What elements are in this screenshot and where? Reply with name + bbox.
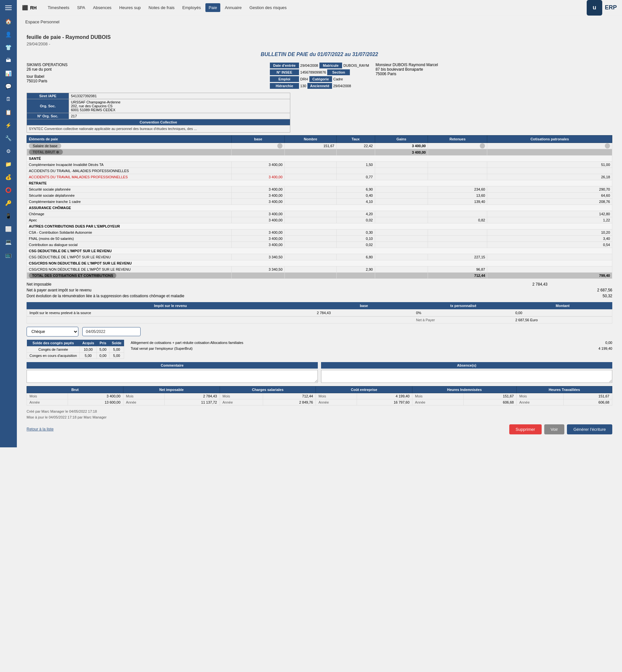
row-label: Salaire de base [27,143,232,149]
table-row: Salaire de base 151,67 22,42 3 400,00 [27,143,612,149]
employee-city: 75006 Paris [376,72,612,76]
table-row: Complémentaire Incapacité Invalidité Déc… [27,162,612,168]
sidebar-icon-chart[interactable]: 📊 [3,67,14,79]
topnav-right: u ERP [587,0,617,15]
field-date-entree: Date d'entrée 29/04/2008 Matricule DUBOI… [270,63,369,68]
sidebar-icon-home[interactable]: 🏠 [3,15,14,27]
sidebar-icon-calendar[interactable]: 🗓 [3,93,14,105]
sidebar-icon-tv[interactable]: 📺 [3,249,14,261]
net-a-payer-label: Net à Payer [413,317,513,323]
org-info-table: Siret /APE 5413327392081 Org. Soc. URSSA… [27,93,290,133]
brand-rh: RH [30,5,37,10]
nav-espace-personnel[interactable]: Espace Personnel [22,18,63,26]
total-brut-gains: 3 400,00 [375,149,428,156]
updated-by: Mise à jour le 04/05/2022 17:18 par Marc… [27,415,612,420]
conges-section: Solde des congés payés Acquis Pris Solde… [27,340,612,359]
nav-notes-frais[interactable]: Notes de frais [145,3,178,12]
sidebar-icon-user[interactable]: 👤 [3,29,14,40]
conges-row1-solde: 5,00 [109,347,124,353]
sidebar-icon-key[interactable]: 🔑 [3,197,14,209]
conges-row2-label: Conges en cours d'acquisition [27,353,80,359]
total-cotisations-row: TOTAL DES COTISATIONS ET CONTRIBUTIONS 7… [27,273,612,279]
generate-button[interactable]: Générer l'écriture [567,424,612,435]
hamburger-menu[interactable] [3,2,14,13]
bulletin-title: BULLETIN DE PAIE du 01/07/2022 au 31/07/… [27,52,612,57]
sidebar-icon-mobile[interactable]: 📱 [3,210,14,222]
created-by: Créé par Marc Manager le 04/05/2022 17:1… [27,409,612,415]
date-entree-label: Date d'entrée [270,63,299,68]
payment-date-input[interactable] [82,327,141,336]
matricule-label: Matricule [319,63,342,68]
siret-value: 5413327392081 [69,93,290,99]
impot-data-row: Impôt sur le revenu prelevé à la source … [27,309,612,316]
pay-table: Éléments de paie base Nombre Taux Gains … [27,135,612,279]
conges-right: Allègement de cotisations + part réduite… [131,340,612,359]
delete-button[interactable]: Supprimer [509,424,542,435]
table-row: Complémentaire tranche 1 cadre 3 400,004… [27,199,612,205]
sidebar-icon-computer[interactable]: 💻 [3,236,14,248]
sidebar-icon-tools[interactable]: 🔧 [3,132,14,144]
impot-col2: base [314,302,414,309]
nav-gestion-risques[interactable]: Gestion des risques [246,3,290,12]
hierarchie-label: Hiérarchie [270,83,299,89]
conges-row-1: Congés de l'année 10,00 5,00 5,00 [27,347,124,353]
sum-col-brut: Brut [27,386,124,393]
org-soc-value: URSSAF Champagne-Ardenne 202, rue des Ca… [69,99,290,113]
back-to-list-link[interactable]: Retour à la liste [27,427,54,431]
sidebar-icon-shirt[interactable]: 👕 [3,41,14,53]
table-row: CSA - Contribution Solidarité Autonomie … [27,229,612,236]
conges-row1-pris: 5,00 [97,347,109,353]
nav-annuaire[interactable]: Annuaire [221,3,245,12]
nav-employes[interactable]: Employés [179,3,204,12]
nav-timesheets[interactable]: Timesheets [44,3,73,12]
nav-spa[interactable]: SPA [74,3,89,12]
view-button[interactable]: Voir [544,424,564,435]
conges-table: Solde des congés payés Acquis Pris Solde… [27,340,124,359]
net-imposable-label: Net imposable [27,282,51,287]
sidebar-icon-bolt[interactable]: ⚡ [3,119,14,131]
sidebar-icon-folder[interactable]: 📁 [3,158,14,170]
conges-row1-acquis: 10,00 [80,347,97,353]
sidebar-icon-mountain[interactable]: 🏔 [3,55,14,66]
absence-header: Absence(s) [321,362,612,369]
total-verse-row: Total versé par l'employeur (SuperBrut) … [131,346,612,351]
field-emploi: Emploi DRH Catégorie Cadre [270,76,369,82]
section-header-autres: AUTRES CONTRIBUTIONS DUES PAR L'EMPLOYEU… [27,223,612,229]
sidebar-icon-square[interactable]: ⬜ [3,223,14,235]
action-buttons: Supprimer Voir Générer l'écriture [509,424,612,435]
dont-evolution-value: 50,32 [602,294,612,298]
impot-row-base: 2 784,43 [314,310,413,316]
company-address1: 26 rue du pont [27,67,264,72]
top-nav-menu: Timesheets SPA Absences Heures sup Notes… [44,3,290,12]
fields-grid: Date d'entrée 29/04/2008 Matricule DUBOI… [270,63,369,89]
conges-row2-solde: 5,00 [109,353,124,359]
nav-heures-sup[interactable]: Heures sup [116,3,144,12]
row-gains: 3 400,00 [375,143,428,149]
commentaire-input[interactable] [27,370,318,383]
sidebar-icon-clipboard[interactable]: 📋 [3,106,14,118]
table-row: Sécurité sociale déplafonnée 3 400,000,4… [27,193,612,199]
payment-mode-select[interactable]: Chèque Virement Espèces [27,327,78,337]
section-header-csg-ded: CSG DEDUCTIBLE DE L'IMPOT SUR LE REVENU [27,248,612,254]
field-insee: N° INSEE 1456789099876 Section [270,69,369,75]
page-footer: Créé par Marc Manager le 04/05/2022 17:1… [27,409,612,420]
sum-col-cout: Coût entreprise [316,386,412,393]
comment-absence-section: Commentaire Absence(s) [27,362,612,383]
commentaire-block: Commentaire [27,362,318,383]
sidebar-icon-money[interactable]: 💰 [3,171,14,183]
second-row-nav: Espace Personnel [17,15,622,28]
categorie-label: Catégorie [309,76,332,82]
nav-absences[interactable]: Absences [90,3,115,12]
page-title: feuille de paie - Raymond DUBOIS [27,34,612,40]
col-retenues: Retenues [428,135,487,143]
col-taux: Taux [336,135,375,143]
sum-col-charges: Charges salariales [220,386,316,393]
top-nav: ⬛ RH Timesheets SPA Absences Heures sup … [17,0,622,15]
sidebar-icon-chat[interactable]: 💬 [3,81,14,92]
sidebar-icon-circle[interactable]: ⭕ [3,184,14,196]
nav-paie[interactable]: Paie [205,3,220,12]
absence-input[interactable] [321,370,612,383]
impot-row-label: Impôt sur le revenu prelevé à la source [27,310,314,316]
conges-row2-acquis: 5,00 [80,353,97,359]
sidebar-icon-gear[interactable]: ⚙ [3,145,14,157]
